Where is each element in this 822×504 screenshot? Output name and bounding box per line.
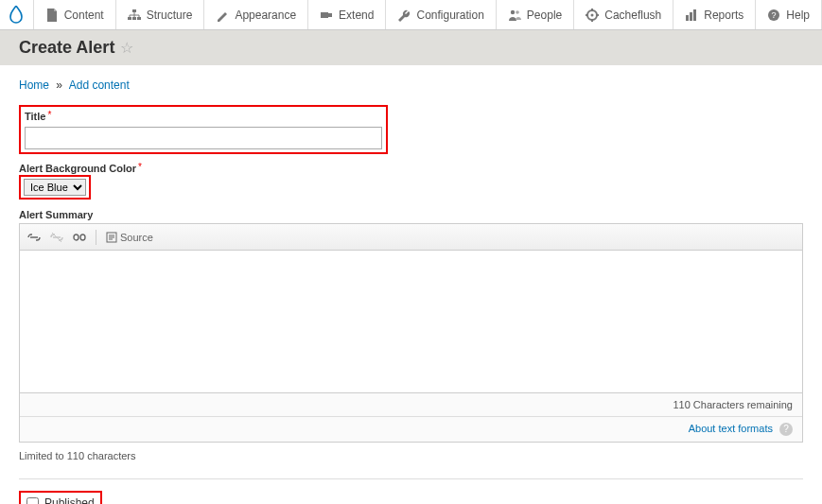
svg-rect-15 — [74, 235, 79, 240]
appearance-icon — [216, 9, 229, 22]
configuration-icon — [397, 9, 411, 22]
svg-point-6 — [511, 9, 515, 13]
toolbar-structure[interactable]: Structure — [116, 0, 205, 29]
editor-textarea[interactable] — [20, 251, 802, 392]
published-field-highlight: Published — [19, 491, 102, 504]
bgcolor-field-highlight: Ice Blue — [19, 175, 91, 200]
toolbar-label: Appearance — [235, 9, 296, 22]
drupal-logo-icon[interactable] — [0, 0, 34, 29]
title-field-highlight: Title* — [19, 105, 388, 154]
limit-note: Limited to 110 characters — [19, 450, 803, 461]
cacheflush-icon — [586, 9, 599, 22]
toolbar-divider — [96, 230, 96, 245]
alert-summary-editor: Source 110 Characters remaining About te… — [19, 223, 803, 443]
svg-rect-12 — [693, 9, 696, 21]
breadcrumb: Home » Add content — [19, 78, 803, 92]
required-icon: * — [138, 162, 142, 172]
title-input[interactable] — [25, 127, 382, 149]
toolbar-label: Cacheflush — [604, 9, 661, 22]
svg-rect-16 — [80, 235, 85, 240]
svg-rect-4 — [321, 12, 328, 18]
toolbar-extend[interactable]: Extend — [308, 0, 386, 29]
svg-rect-10 — [686, 15, 689, 21]
bgcolor-select[interactable]: Ice Blue — [24, 179, 86, 196]
toolbar-label: Reports — [704, 9, 743, 22]
page-title: Create Alert — [19, 38, 114, 58]
reports-icon — [685, 9, 698, 22]
breadcrumb-add-content[interactable]: Add content — [69, 78, 130, 92]
source-button[interactable]: Source — [106, 232, 153, 243]
divider — [19, 478, 803, 479]
toolbar-cacheflush[interactable]: Cacheflush — [574, 0, 673, 29]
published-label[interactable]: Published — [44, 496, 95, 504]
toolbar-help[interactable]: ? Help — [756, 0, 822, 29]
toolbar-content[interactable]: Content — [34, 0, 116, 29]
svg-rect-3 — [137, 17, 141, 20]
summary-label: Alert Summary — [19, 209, 803, 220]
breadcrumb-home[interactable]: Home — [19, 78, 49, 92]
page-header: Create Alert ☆ — [0, 30, 822, 65]
toolbar-label: Help — [786, 9, 810, 22]
extend-icon — [320, 9, 333, 22]
title-label: Title — [25, 111, 45, 122]
toolbar-configuration[interactable]: Configuration — [386, 0, 496, 29]
svg-rect-5 — [328, 13, 332, 17]
required-icon: * — [47, 110, 51, 120]
published-checkbox[interactable] — [26, 497, 39, 505]
toolbar-label: People — [527, 9, 562, 22]
toolbar-label: Content — [64, 9, 104, 22]
toolbar-label: Extend — [339, 9, 374, 22]
unlink-icon[interactable] — [50, 233, 63, 242]
svg-rect-2 — [132, 17, 136, 20]
svg-rect-0 — [132, 9, 136, 12]
link-icon[interactable] — [27, 234, 41, 241]
editor-toolbar: Source — [20, 224, 802, 251]
anchor-icon[interactable] — [73, 234, 86, 241]
bgcolor-label: Alert Background Color — [19, 163, 136, 174]
admin-toolbar: Content Structure Appearance Extend Conf… — [0, 0, 822, 30]
people-icon — [508, 9, 521, 22]
chars-remaining: 110 Characters remaining — [20, 392, 802, 416]
breadcrumb-sep: » — [56, 78, 62, 92]
toolbar-people[interactable]: People — [497, 0, 574, 29]
svg-text:?: ? — [772, 10, 777, 20]
toolbar-reports[interactable]: Reports — [673, 0, 756, 29]
toolbar-label: Structure — [147, 9, 193, 22]
content-icon — [45, 9, 59, 22]
star-icon[interactable]: ☆ — [120, 39, 133, 57]
toolbar-appearance[interactable]: Appearance — [204, 0, 308, 29]
help-circle-icon[interactable]: ? — [779, 423, 793, 436]
svg-rect-1 — [128, 17, 131, 20]
svg-rect-11 — [690, 12, 692, 21]
help-icon: ? — [767, 9, 780, 22]
about-text-formats-link[interactable]: About text formats — [689, 423, 773, 434]
structure-icon — [128, 9, 141, 22]
svg-point-7 — [516, 10, 519, 14]
toolbar-label: Configuration — [416, 9, 483, 22]
svg-point-9 — [591, 13, 594, 16]
